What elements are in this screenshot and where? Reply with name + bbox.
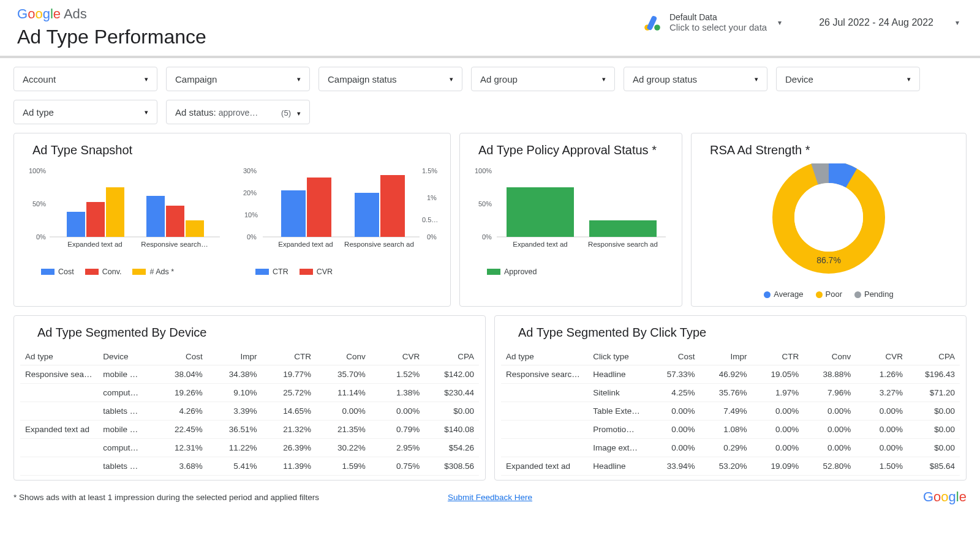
col-header[interactable]: CPA bbox=[908, 348, 960, 365]
table-click: Ad typeClick typeCostImprCTRConvCVRCPA R… bbox=[501, 348, 960, 481]
svg-rect-12 bbox=[186, 220, 204, 237]
col-header[interactable]: Impr bbox=[208, 348, 262, 365]
table-row[interactable]: comput…12.31%11.22%26.39%30.22%2.95%$54.… bbox=[20, 439, 479, 457]
data-selector-line1: Default Data bbox=[669, 12, 767, 22]
filter-campaign[interactable]: Campaign▾ bbox=[166, 67, 310, 91]
svg-point-2 bbox=[654, 24, 660, 31]
filters-bar: Account▾ Campaign▾ Campaign status▾ Ad g… bbox=[0, 58, 980, 128]
svg-text:100%: 100% bbox=[475, 167, 492, 174]
col-header[interactable]: Ad type bbox=[20, 348, 98, 365]
col-header[interactable]: CTR bbox=[262, 348, 316, 365]
table-row[interactable]: comput…19.26%9.10%25.72%11.14%1.38%$230.… bbox=[20, 384, 479, 402]
google-ads-icon bbox=[643, 13, 662, 32]
filter-ad-status[interactable]: Ad status:approve… (5)▾ bbox=[166, 100, 310, 124]
legend: Approved bbox=[470, 267, 672, 276]
table-row[interactable]: Table Exte…0.00%7.49%0.00%0.00%0.00%$0.0… bbox=[501, 402, 960, 421]
svg-rect-25 bbox=[307, 178, 331, 237]
card-title: RSA Ad Strength * bbox=[710, 143, 956, 157]
col-header[interactable]: Conv bbox=[804, 348, 856, 365]
google-ads-logo: Google Ads bbox=[17, 6, 206, 22]
legend: Average Poor Pending bbox=[764, 290, 893, 299]
svg-rect-7 bbox=[67, 212, 85, 237]
svg-rect-26 bbox=[355, 193, 379, 237]
footer-note: * Shows ads with at least 1 impression d… bbox=[13, 493, 319, 502]
filter-ad-type[interactable]: Ad type▾ bbox=[13, 100, 157, 124]
table-row[interactable]: Promotio…0.00%1.08%0.00%0.00%0.00%$0.00 bbox=[501, 421, 960, 439]
svg-text:0%: 0% bbox=[36, 233, 46, 241]
chevron-down-icon: ▾ bbox=[774, 18, 785, 27]
card-strength: RSA Ad Strength * 86.7% Average Poor Pen… bbox=[691, 133, 967, 307]
filter-ad-group-status[interactable]: Ad group status▾ bbox=[624, 67, 767, 91]
card-title: Ad Type Policy Approval Status * bbox=[478, 143, 672, 157]
table-row[interactable]: Sitelink4.44%41.50%2.88%0.37%0.09%$1,608… bbox=[501, 476, 960, 481]
svg-text:50%: 50% bbox=[478, 200, 492, 208]
date-range-selector[interactable]: 26 Jul 2022 - 24 Aug 2022 ▾ bbox=[819, 17, 963, 28]
col-header[interactable]: Device bbox=[98, 348, 153, 365]
svg-text:Responsive search ad: Responsive search ad bbox=[588, 241, 658, 248]
table-row[interactable]: Responsive search adHeadline57.33%46.92%… bbox=[501, 365, 960, 384]
svg-text:10%: 10% bbox=[244, 211, 258, 219]
header: Google Ads Ad Type Performance Default D… bbox=[0, 0, 980, 58]
table-row[interactable]: tablets …3.68%5.41%11.39%1.59%0.75%$308.… bbox=[20, 457, 479, 476]
svg-text:Expanded text ad: Expanded text ad bbox=[278, 241, 333, 248]
google-footer-logo: Google bbox=[923, 489, 967, 505]
table-row[interactable]: tablets …4.26%3.39%14.65%0.00%0.00%$0.00 bbox=[20, 402, 479, 421]
col-header[interactable]: Click type bbox=[588, 348, 647, 365]
date-range-text: 26 Jul 2022 - 24 Aug 2022 bbox=[819, 17, 933, 28]
chart-approval: 100% 50% 0% Expanded text ad Responsive … bbox=[470, 163, 672, 261]
svg-text:0%: 0% bbox=[427, 233, 437, 241]
svg-text:20%: 20% bbox=[243, 189, 257, 196]
header-left: Google Ads Ad Type Performance bbox=[17, 6, 206, 48]
svg-text:0.5…: 0.5… bbox=[422, 216, 438, 223]
card-title: Ad Type Snapshot bbox=[32, 143, 440, 157]
page-title: Ad Type Performance bbox=[17, 26, 206, 48]
table-row[interactable]: Responsive searc…mobile …38.04%34.38%19.… bbox=[20, 365, 479, 384]
table-row[interactable]: Image ext…0.00%0.29%0.00%0.00%0.00%$0.00 bbox=[501, 439, 960, 457]
svg-text:50%: 50% bbox=[32, 200, 46, 208]
submit-feedback-link[interactable]: Submit Feedback Here bbox=[448, 493, 532, 502]
table-row[interactable]: Expanded text adHeadline33.94%53.20%19.0… bbox=[501, 457, 960, 476]
col-header[interactable]: CPA bbox=[424, 348, 479, 365]
svg-text:30%: 30% bbox=[243, 167, 257, 174]
svg-text:Responsive search…: Responsive search… bbox=[141, 241, 208, 248]
cards-row: Ad Type Snapshot 100% 50% 0% Expa bbox=[0, 128, 980, 307]
svg-rect-9 bbox=[106, 187, 124, 237]
chart-snapshot-1: 100% 50% 0% Expanded text ad Responsive … bbox=[24, 163, 226, 276]
col-header[interactable]: Impr bbox=[700, 348, 752, 365]
svg-text:100%: 100% bbox=[29, 167, 46, 174]
svg-point-39 bbox=[794, 183, 863, 252]
tables-row: Ad Type Segmented By Device Ad typeDevic… bbox=[0, 307, 980, 481]
svg-text:1.5%: 1.5% bbox=[422, 167, 437, 174]
table-device: Ad typeDeviceCostImprCTRConvCVRCPA Respo… bbox=[20, 348, 479, 476]
svg-rect-35 bbox=[589, 220, 657, 237]
svg-text:0%: 0% bbox=[247, 233, 257, 241]
col-header[interactable]: CVR bbox=[371, 348, 425, 365]
col-header[interactable]: Ad type bbox=[501, 348, 588, 365]
chevron-down-icon: ▾ bbox=[952, 18, 963, 27]
col-header[interactable]: Cost bbox=[648, 348, 700, 365]
col-header[interactable]: Conv bbox=[316, 348, 371, 365]
svg-rect-10 bbox=[146, 196, 165, 237]
svg-text:1%: 1% bbox=[427, 194, 437, 201]
table-row[interactable]: Expanded text admobile …22.45%36.51%21.3… bbox=[20, 421, 479, 439]
filter-account[interactable]: Account▾ bbox=[13, 67, 157, 91]
data-selector[interactable]: Default Data Click to select your data ▾ bbox=[643, 12, 785, 32]
col-header[interactable]: CVR bbox=[856, 348, 908, 365]
col-header[interactable]: Cost bbox=[153, 348, 208, 365]
svg-rect-24 bbox=[281, 190, 306, 237]
card-table-device: Ad Type Segmented By Device Ad typeDevic… bbox=[13, 315, 486, 481]
table-title: Ad Type Segmented By Click Type bbox=[518, 326, 960, 340]
table-title: Ad Type Segmented By Device bbox=[37, 326, 479, 340]
card-approval: Ad Type Policy Approval Status * 100% 50… bbox=[459, 133, 682, 307]
svg-text:0%: 0% bbox=[482, 233, 492, 241]
chart-snapshot-2: 30% 20% 10% 0% 1.5% 1% 0.5… 0% Expanded … bbox=[238, 163, 440, 276]
filter-ad-group[interactable]: Ad group▾ bbox=[471, 67, 615, 91]
col-header[interactable]: CTR bbox=[752, 348, 804, 365]
filter-campaign-status[interactable]: Campaign status▾ bbox=[318, 67, 462, 91]
card-snapshot: Ad Type Snapshot 100% 50% 0% Expa bbox=[13, 133, 451, 307]
filter-device[interactable]: Device▾ bbox=[776, 67, 920, 91]
svg-rect-34 bbox=[507, 187, 574, 237]
legend: Cost Conv. # Ads * bbox=[24, 267, 226, 276]
legend: CTR CVR bbox=[238, 267, 440, 276]
table-row[interactable]: Sitelink4.25%35.76%1.97%7.96%3.27%$71.20 bbox=[501, 384, 960, 402]
